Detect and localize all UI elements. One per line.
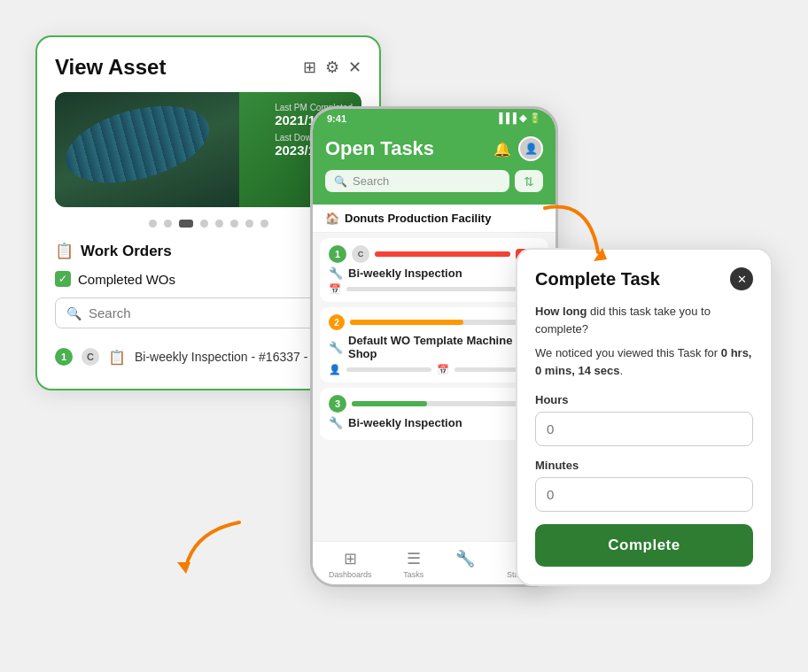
phone-search-box[interactable]: 🔍 Search xyxy=(325,170,509,192)
qr-code-icon[interactable]: ⊞ xyxy=(303,58,316,77)
task-3-name: 🔧 Bi-weekly Inspection xyxy=(329,416,540,429)
task-1-bar xyxy=(375,251,510,257)
task-1-top: 1 C 100 xyxy=(329,245,540,263)
view-asset-header-icons: ⊞ ⚙ ✕ xyxy=(303,58,361,77)
dot-1[interactable] xyxy=(149,220,157,228)
complete-button[interactable]: Complete xyxy=(535,524,753,567)
hours-input[interactable] xyxy=(535,412,753,446)
minutes-label: Minutes xyxy=(535,459,753,472)
task-1-name: 🔧 Bi-weekly Inspection xyxy=(329,266,540,280)
task-item-3[interactable]: 3 🔧 Bi-weekly Inspection xyxy=(320,388,548,440)
phone-header: Open Tasks 🔔 👤 🔍 Search ⇅ xyxy=(313,127,556,205)
phone-signal-icons: ▐▐▐ ◈ 🔋 xyxy=(496,112,542,124)
task-2-badge-num: 2 xyxy=(329,314,345,330)
sort-button[interactable]: ⇅ xyxy=(515,170,543,192)
nav-tasks[interactable]: ☰ Tasks xyxy=(403,549,423,579)
dot-3-active[interactable] xyxy=(179,220,193,228)
work-orders-label: Work Orders xyxy=(81,243,172,260)
task-3-bar xyxy=(352,401,540,406)
arrow-to-asset xyxy=(168,514,257,588)
task-2-meta: 👤 📅 xyxy=(329,364,540,375)
dot-7[interactable] xyxy=(245,220,253,228)
task-3-icon: 🔧 xyxy=(329,416,343,429)
phone-status-bar: 9:41 ▐▐▐ ◈ 🔋 xyxy=(313,109,556,127)
facility-name: Donuts Production Facility xyxy=(345,212,491,225)
dot-5[interactable] xyxy=(215,220,223,228)
wo-icon: 📋 xyxy=(108,349,126,366)
calendar-icon: 📅 xyxy=(329,283,341,295)
phone-header-icons: 🔔 👤 xyxy=(493,136,543,161)
calendar2-icon: 📅 xyxy=(437,364,449,375)
user-avatar[interactable]: 👤 xyxy=(518,136,543,161)
complete-task-title: Complete Task xyxy=(535,269,660,290)
close-icon[interactable]: ✕ xyxy=(348,58,361,77)
wo-badge-number: 1 xyxy=(55,348,73,366)
task-item-2[interactable]: 2 🔧 Default WO Template Machine Shop 👤 📅 xyxy=(320,307,548,382)
task-item-1[interactable]: 1 C 100 🔧 Bi-weekly Inspection 📅 xyxy=(320,238,548,302)
search-icon: 🔍 xyxy=(66,306,82,321)
nav-dashboard-label: Dashboards xyxy=(329,570,372,579)
hours-label: Hours xyxy=(535,393,753,406)
task-2-icon: 🔧 xyxy=(329,341,343,354)
nav-dashboards[interactable]: ⊞ Dashboards xyxy=(329,549,372,579)
home-icon: 🏠 xyxy=(325,212,339,225)
view-asset-header: View Asset ⊞ ⚙ ✕ xyxy=(55,55,361,80)
dot-8[interactable] xyxy=(260,220,268,228)
dashboard-icon: ⊞ xyxy=(344,549,357,568)
tasks-icon: ☰ xyxy=(407,549,421,568)
work-orders-icon: 📋 xyxy=(55,242,74,260)
phone-search-row: 🔍 Search ⇅ xyxy=(325,170,543,192)
view-asset-title: View Asset xyxy=(55,55,166,80)
nav-tasks-label: Tasks xyxy=(403,570,423,579)
conveyor-image xyxy=(55,92,239,207)
nav-wrench[interactable]: 🔧 xyxy=(455,549,475,579)
svg-marker-1 xyxy=(177,562,190,574)
phone-title-row: Open Tasks 🔔 👤 xyxy=(325,136,543,161)
facility-row: 🏠 Donuts Production Facility xyxy=(313,205,556,233)
wrench-icon: 🔧 xyxy=(455,549,475,568)
settings-icon[interactable]: ⚙ xyxy=(325,58,339,77)
complete-task-viewed: We noticed you viewed this Task for 0 hr… xyxy=(535,344,753,379)
completed-wo-label: Completed WOs xyxy=(78,272,175,287)
task-2-meta-bar xyxy=(346,367,431,372)
completed-wo-checkbox[interactable]: ✓ xyxy=(55,271,71,287)
task-1-meta-bar xyxy=(346,287,540,291)
task-2-bar-fill xyxy=(350,320,463,325)
task-1-badge-num: 1 xyxy=(329,245,346,263)
task-2-name: 🔧 Default WO Template Machine Shop xyxy=(329,334,540,360)
task-1-badge-c: C xyxy=(352,245,369,263)
phone-search-icon: 🔍 xyxy=(334,175,347,188)
dot-6[interactable] xyxy=(230,220,238,228)
task-2-bar xyxy=(350,320,540,325)
phone-time: 9:41 xyxy=(327,113,346,124)
phone-title: Open Tasks xyxy=(325,137,434,160)
complete-task-modal: Complete Task ✕ How long did this task t… xyxy=(516,248,773,586)
bell-icon[interactable]: 🔔 xyxy=(493,141,511,158)
person-icon: 👤 xyxy=(329,364,341,375)
complete-task-close[interactable]: ✕ xyxy=(730,267,753,290)
task-3-top: 3 xyxy=(329,395,540,413)
task-2-top: 2 xyxy=(329,314,540,330)
task-1-icon: 🔧 xyxy=(329,266,343,280)
dot-2[interactable] xyxy=(164,220,172,228)
phone-search-placeholder: Search xyxy=(353,174,389,188)
wo-badge-c: C xyxy=(82,348,99,366)
task-3-badge-num: 3 xyxy=(329,395,346,413)
task-1-meta: 📅 xyxy=(329,283,540,295)
task-1-bar-fill xyxy=(375,251,510,257)
task-3-bar-fill xyxy=(352,401,427,406)
wo-name: Bi-weekly Inspection - #16337 - xyxy=(135,350,307,364)
complete-task-desc: How long did this task take you to compl… xyxy=(535,303,753,337)
complete-task-header: Complete Task ✕ xyxy=(535,267,753,290)
dot-4[interactable] xyxy=(200,220,208,228)
minutes-input[interactable] xyxy=(535,477,753,512)
